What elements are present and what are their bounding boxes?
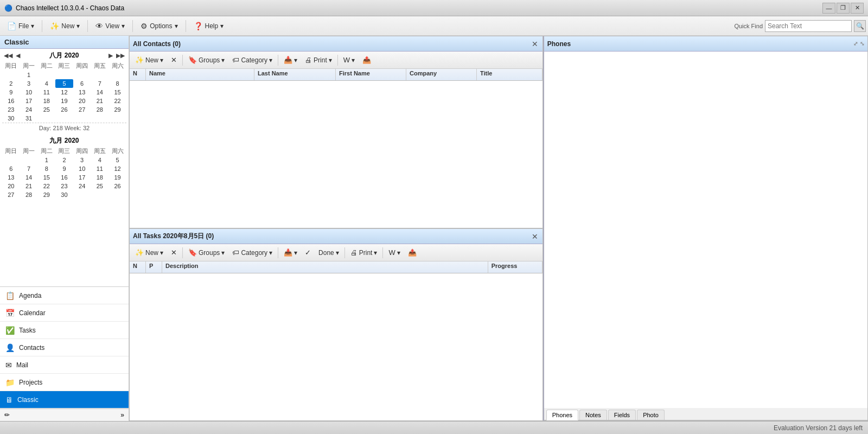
sep-day[interactable]: 12	[108, 164, 126, 173]
sep-day[interactable]: 10	[73, 164, 91, 173]
nav-classic[interactable]: 🖥 Classic	[0, 391, 129, 409]
sep-day[interactable]: 15	[37, 173, 55, 182]
sep-day[interactable]: 1	[37, 156, 55, 164]
file-menu[interactable]: 📄 File ▾	[2, 18, 39, 34]
aug-day[interactable]: 17	[20, 97, 38, 105]
sep-day[interactable]: 17	[73, 173, 91, 182]
sep-day[interactable]: 6	[2, 164, 20, 173]
sep-day[interactable]: 3	[73, 156, 91, 164]
nav-agenda[interactable]: 📋 Agenda	[0, 287, 129, 304]
nav-contacts[interactable]: 👤 Contacts	[0, 339, 129, 356]
sep-day[interactable]: 27	[2, 190, 20, 199]
sep-day[interactable]: 8	[37, 164, 55, 173]
sep-day[interactable]: 18	[91, 173, 109, 182]
aug-day[interactable]: 14	[91, 88, 109, 97]
aug-day[interactable]: 1	[20, 71, 38, 79]
contacts-close-button[interactable]: ✕	[531, 40, 539, 48]
search-button[interactable]: 🔍	[854, 20, 866, 32]
sep-day[interactable]: 26	[108, 182, 126, 190]
aug-day[interactable]: 19	[55, 97, 73, 105]
new-menu[interactable]: ✨ New ▾	[45, 18, 85, 34]
next-next-btn[interactable]: ▶▶	[114, 52, 126, 60]
aug-day[interactable]: 21	[91, 97, 109, 105]
aug-day[interactable]: 9	[2, 88, 20, 97]
aug-day[interactable]: 29	[108, 105, 126, 114]
help-menu[interactable]: ❓ Help ▾	[189, 18, 229, 34]
tasks-export-btn[interactable]: 📤	[405, 246, 420, 259]
sep-day[interactable]: 9	[55, 164, 73, 173]
aug-day[interactable]: 26	[55, 105, 73, 114]
contacts-word-btn[interactable]: W ▾	[340, 54, 358, 67]
sep-day[interactable]: 14	[20, 173, 38, 182]
contacts-print-btn[interactable]: 🖨 Print ▾	[302, 54, 335, 67]
sep-day[interactable]: 19	[108, 173, 126, 182]
contacts-export-btn[interactable]: 📤	[359, 54, 374, 67]
sep-day[interactable]: 21	[20, 182, 38, 190]
tasks-category-btn[interactable]: 🏷 Category ▾	[229, 246, 276, 259]
prev-prev-btn[interactable]: ◀◀	[2, 52, 14, 60]
aug-day[interactable]: 2	[2, 79, 20, 88]
tasks-print-btn[interactable]: 🖨 Print ▾	[347, 246, 381, 259]
sidebar-bottom-icon[interactable]: ✏	[4, 411, 10, 419]
sep-day[interactable]: 5	[108, 156, 126, 164]
sep-day[interactable]: 28	[20, 190, 38, 199]
contacts-import-btn[interactable]: 📥 ▾	[280, 54, 301, 67]
nav-calendar[interactable]: 📅 Calendar	[0, 304, 129, 322]
aug-day[interactable]: 4	[37, 79, 55, 88]
tasks-word-btn[interactable]: W ▾	[385, 246, 403, 259]
tasks-new-btn[interactable]: ✨ New ▾	[132, 246, 167, 259]
aug-day[interactable]: 12	[55, 88, 73, 97]
contacts-new-btn[interactable]: ✨ New ▾	[132, 54, 167, 67]
tasks-groups-btn[interactable]: 🔖 Groups ▾	[185, 246, 228, 259]
phones-resize-icon[interactable]: ⤢	[853, 41, 858, 47]
aug-day[interactable]: 3	[20, 79, 38, 88]
sep-day[interactable]: 23	[55, 182, 73, 190]
aug-day[interactable]: 22	[108, 97, 126, 105]
aug-day[interactable]: 15	[108, 88, 126, 97]
aug-day[interactable]: 24	[20, 105, 38, 114]
nav-tasks[interactable]: ✅ Tasks	[0, 322, 129, 339]
aug-day[interactable]: 16	[2, 97, 20, 105]
tab-fields[interactable]: Fields	[608, 410, 636, 420]
prev-btn[interactable]: ◀	[14, 52, 22, 60]
aug-day[interactable]: 6	[73, 79, 91, 88]
contacts-groups-btn[interactable]: 🔖 Groups ▾	[185, 54, 228, 67]
aug-day[interactable]: 18	[37, 97, 55, 105]
search-input[interactable]	[765, 20, 852, 32]
aug-day[interactable]: 11	[37, 88, 55, 97]
sep-day[interactable]: 2	[55, 156, 73, 164]
close-button[interactable]: ✕	[851, 3, 864, 14]
tasks-close-button[interactable]: ✕	[531, 232, 539, 241]
aug-day[interactable]: 20	[73, 97, 91, 105]
aug-day[interactable]: 8	[108, 79, 126, 88]
sep-day[interactable]: 20	[2, 182, 20, 190]
aug-day[interactable]: 31	[20, 114, 38, 123]
maximize-button[interactable]: ❐	[837, 3, 850, 14]
sep-day[interactable]: 25	[91, 182, 109, 190]
sep-day[interactable]: 30	[55, 190, 73, 199]
tab-phones[interactable]: Phones	[546, 410, 578, 420]
aug-day[interactable]: 13	[73, 88, 91, 97]
aug-today[interactable]: 5	[55, 79, 73, 88]
options-menu[interactable]: ⚙ Options ▾	[136, 18, 182, 34]
contacts-delete-btn[interactable]: ✕	[168, 54, 180, 67]
sidebar-expand-icon[interactable]: »	[120, 411, 124, 419]
next-btn[interactable]: ▶	[107, 52, 114, 60]
nav-projects[interactable]: 📁 Projects	[0, 374, 129, 391]
minimize-button[interactable]: —	[822, 3, 835, 14]
sep-day[interactable]: 16	[55, 173, 73, 182]
tasks-check-btn[interactable]: ✓	[302, 246, 314, 259]
sep-day[interactable]: 24	[73, 182, 91, 190]
view-menu[interactable]: 👁 View ▾	[91, 18, 130, 34]
sep-day[interactable]: 13	[2, 173, 20, 182]
phones-collapse-icon[interactable]: ⤡	[860, 41, 864, 47]
aug-day[interactable]: 25	[37, 105, 55, 114]
sep-day[interactable]: 7	[20, 164, 38, 173]
aug-day[interactable]: 28	[91, 105, 109, 114]
contacts-category-btn[interactable]: 🏷 Category ▾	[229, 54, 276, 67]
tab-photo[interactable]: Photo	[637, 410, 665, 420]
aug-day[interactable]: 27	[73, 105, 91, 114]
sep-day[interactable]: 22	[37, 182, 55, 190]
sep-day[interactable]: 4	[91, 156, 109, 164]
aug-day[interactable]: 30	[2, 114, 20, 123]
